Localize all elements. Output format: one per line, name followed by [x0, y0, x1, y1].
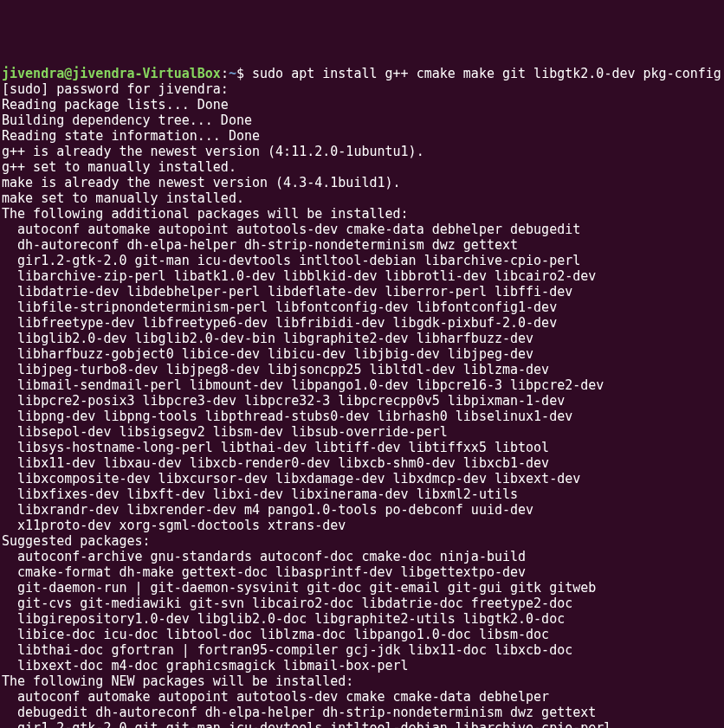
output-line: libxcomposite-dev libxcursor-dev libxdam… — [2, 471, 580, 486]
output-line: debugedit dh-autoreconf dh-elpa-helper d… — [2, 705, 596, 720]
output-line: libx11-dev libxau-dev libxcb-render0-dev… — [2, 455, 549, 471]
output-line: libgirepository1.0-dev libglib2.0-doc li… — [2, 611, 565, 627]
output-line: g++ set to manually installed. — [2, 159, 236, 175]
output-line: libice-doc icu-doc libtool-doc liblzma-d… — [2, 627, 549, 642]
output-line: libmail-sendmail-perl libmount-dev libpa… — [2, 377, 604, 393]
output-line: The following additional packages will b… — [2, 206, 409, 222]
output-line: libpng-dev libpng-tools libpthread-stubs… — [2, 409, 572, 424]
output-line: libglib2.0-dev libglib2.0-dev-bin libgra… — [2, 331, 533, 346]
output-line: libthai-doc gfortran | fortran95-compile… — [2, 642, 572, 658]
output-line: libjpeg-turbo8-dev libjpeg8-dev libjsonc… — [2, 362, 549, 377]
prompt-dollar: $ — [236, 66, 252, 81]
output-line: libarchive-zip-perl libatk1.0-dev libblk… — [2, 268, 596, 284]
output-line: [sudo] password for jivendra: — [2, 81, 229, 97]
output-line: gir1.2-gtk-2.0 git git-man icu-devtools … — [2, 720, 611, 728]
output-line: x11proto-dev xorg-sgml-doctools xtrans-d… — [2, 518, 346, 533]
output-line: make is already the newest version (4.3-… — [2, 175, 401, 190]
terminal-window[interactable]: jivendra@jivendra-VirtualBox:~$ sudo apt… — [2, 66, 722, 728]
output-line: Building dependency tree... Done — [2, 113, 252, 128]
output-line: libharfbuzz-gobject0 libice-dev libicu-d… — [2, 346, 533, 362]
output-line: g++ is already the newest version (4:11.… — [2, 144, 424, 159]
output-line: dh-autoreconf dh-elpa-helper dh-strip-no… — [2, 237, 518, 253]
prompt-user-host: jivendra@jivendra-VirtualBox — [2, 66, 221, 81]
output-line: Reading state information... Done — [2, 128, 260, 144]
output-line: libsys-hostname-long-perl libthai-dev li… — [2, 440, 549, 455]
output-line: libdatrie-dev libdebhelper-perl libdefla… — [2, 284, 572, 300]
output-line: The following NEW packages will be insta… — [2, 673, 353, 689]
output-line: libfile-stripnondeterminism-perl libfont… — [2, 300, 557, 315]
output-line: autoconf automake autopoint autotools-de… — [2, 222, 580, 237]
output-line: libxext-doc m4-doc graphicsmagick libmai… — [2, 658, 409, 673]
prompt-separator: : — [221, 66, 229, 81]
output-line: libxrandr-dev libxrender-dev m4 pango1.0… — [2, 502, 533, 518]
output-line: autoconf-archive gnu-standards autoconf-… — [2, 549, 526, 564]
output-line: autoconf automake autopoint autotools-de… — [2, 689, 549, 705]
output-line: Reading package lists... Done — [2, 97, 229, 113]
output-line: git-cvs git-mediawiki git-svn libcairo2-… — [2, 596, 572, 611]
prompt-path: ~ — [229, 66, 236, 81]
output-line: Suggested packages: — [2, 533, 151, 549]
output-line: git-daemon-run | git-daemon-sysvinit git… — [2, 580, 596, 596]
output-line: gir1.2-gtk-2.0 git-man icu-devtools intl… — [2, 253, 580, 268]
output-line: libfreetype-dev libfreetype6-dev libfrib… — [2, 315, 557, 331]
output-line: libpcre2-posix3 libpcre3-dev libpcre32-3… — [2, 393, 565, 409]
output-line: libxfixes-dev libxft-dev libxi-dev libxi… — [2, 486, 518, 502]
command-text: sudo apt install g++ cmake make git libg… — [252, 66, 721, 81]
output-line: libsepol-dev libsigsegv2 libsm-dev libsu… — [2, 424, 448, 440]
output-line: cmake-format dh-make gettext-doc libaspr… — [2, 564, 526, 580]
output-line: make set to manually installed. — [2, 190, 244, 206]
